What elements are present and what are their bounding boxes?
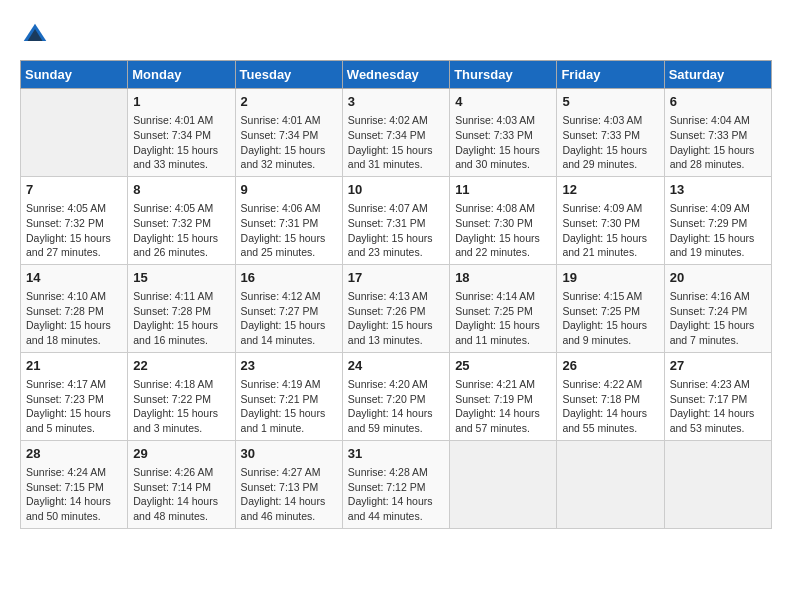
day-number: 1 bbox=[133, 93, 229, 111]
calendar-cell: 3Sunrise: 4:02 AMSunset: 7:34 PMDaylight… bbox=[342, 89, 449, 177]
day-info: Sunrise: 4:15 AMSunset: 7:25 PMDaylight:… bbox=[562, 289, 658, 348]
calendar-cell: 31Sunrise: 4:28 AMSunset: 7:12 PMDayligh… bbox=[342, 440, 449, 528]
day-number: 21 bbox=[26, 357, 122, 375]
day-info: Sunrise: 4:04 AMSunset: 7:33 PMDaylight:… bbox=[670, 113, 766, 172]
day-info: Sunrise: 4:07 AMSunset: 7:31 PMDaylight:… bbox=[348, 201, 444, 260]
day-info: Sunrise: 4:24 AMSunset: 7:15 PMDaylight:… bbox=[26, 465, 122, 524]
day-number: 2 bbox=[241, 93, 337, 111]
weekday-header-friday: Friday bbox=[557, 61, 664, 89]
calendar-cell: 5Sunrise: 4:03 AMSunset: 7:33 PMDaylight… bbox=[557, 89, 664, 177]
calendar-cell: 1Sunrise: 4:01 AMSunset: 7:34 PMDaylight… bbox=[128, 89, 235, 177]
calendar-cell: 7Sunrise: 4:05 AMSunset: 7:32 PMDaylight… bbox=[21, 176, 128, 264]
calendar-cell: 25Sunrise: 4:21 AMSunset: 7:19 PMDayligh… bbox=[450, 352, 557, 440]
day-info: Sunrise: 4:12 AMSunset: 7:27 PMDaylight:… bbox=[241, 289, 337, 348]
calendar-cell: 29Sunrise: 4:26 AMSunset: 7:14 PMDayligh… bbox=[128, 440, 235, 528]
calendar-week-4: 21Sunrise: 4:17 AMSunset: 7:23 PMDayligh… bbox=[21, 352, 772, 440]
calendar-cell: 12Sunrise: 4:09 AMSunset: 7:30 PMDayligh… bbox=[557, 176, 664, 264]
day-info: Sunrise: 4:18 AMSunset: 7:22 PMDaylight:… bbox=[133, 377, 229, 436]
day-info: Sunrise: 4:01 AMSunset: 7:34 PMDaylight:… bbox=[133, 113, 229, 172]
day-number: 29 bbox=[133, 445, 229, 463]
day-info: Sunrise: 4:10 AMSunset: 7:28 PMDaylight:… bbox=[26, 289, 122, 348]
calendar-cell: 23Sunrise: 4:19 AMSunset: 7:21 PMDayligh… bbox=[235, 352, 342, 440]
day-info: Sunrise: 4:08 AMSunset: 7:30 PMDaylight:… bbox=[455, 201, 551, 260]
day-number: 25 bbox=[455, 357, 551, 375]
day-number: 22 bbox=[133, 357, 229, 375]
day-number: 11 bbox=[455, 181, 551, 199]
calendar-week-3: 14Sunrise: 4:10 AMSunset: 7:28 PMDayligh… bbox=[21, 264, 772, 352]
day-info: Sunrise: 4:27 AMSunset: 7:13 PMDaylight:… bbox=[241, 465, 337, 524]
calendar-cell: 22Sunrise: 4:18 AMSunset: 7:22 PMDayligh… bbox=[128, 352, 235, 440]
calendar-cell: 2Sunrise: 4:01 AMSunset: 7:34 PMDaylight… bbox=[235, 89, 342, 177]
day-number: 31 bbox=[348, 445, 444, 463]
day-number: 6 bbox=[670, 93, 766, 111]
day-number: 13 bbox=[670, 181, 766, 199]
day-number: 10 bbox=[348, 181, 444, 199]
calendar-cell: 24Sunrise: 4:20 AMSunset: 7:20 PMDayligh… bbox=[342, 352, 449, 440]
calendar-week-5: 28Sunrise: 4:24 AMSunset: 7:15 PMDayligh… bbox=[21, 440, 772, 528]
day-number: 16 bbox=[241, 269, 337, 287]
calendar-cell: 16Sunrise: 4:12 AMSunset: 7:27 PMDayligh… bbox=[235, 264, 342, 352]
calendar-week-1: 1Sunrise: 4:01 AMSunset: 7:34 PMDaylight… bbox=[21, 89, 772, 177]
day-info: Sunrise: 4:05 AMSunset: 7:32 PMDaylight:… bbox=[26, 201, 122, 260]
calendar-cell: 18Sunrise: 4:14 AMSunset: 7:25 PMDayligh… bbox=[450, 264, 557, 352]
calendar-cell: 15Sunrise: 4:11 AMSunset: 7:28 PMDayligh… bbox=[128, 264, 235, 352]
weekday-header-tuesday: Tuesday bbox=[235, 61, 342, 89]
day-info: Sunrise: 4:20 AMSunset: 7:20 PMDaylight:… bbox=[348, 377, 444, 436]
weekday-header-thursday: Thursday bbox=[450, 61, 557, 89]
day-number: 19 bbox=[562, 269, 658, 287]
day-number: 30 bbox=[241, 445, 337, 463]
day-info: Sunrise: 4:05 AMSunset: 7:32 PMDaylight:… bbox=[133, 201, 229, 260]
logo bbox=[20, 20, 54, 50]
day-info: Sunrise: 4:01 AMSunset: 7:34 PMDaylight:… bbox=[241, 113, 337, 172]
calendar-cell: 14Sunrise: 4:10 AMSunset: 7:28 PMDayligh… bbox=[21, 264, 128, 352]
day-number: 18 bbox=[455, 269, 551, 287]
day-info: Sunrise: 4:17 AMSunset: 7:23 PMDaylight:… bbox=[26, 377, 122, 436]
calendar-cell: 26Sunrise: 4:22 AMSunset: 7:18 PMDayligh… bbox=[557, 352, 664, 440]
calendar-cell: 28Sunrise: 4:24 AMSunset: 7:15 PMDayligh… bbox=[21, 440, 128, 528]
calendar-week-2: 7Sunrise: 4:05 AMSunset: 7:32 PMDaylight… bbox=[21, 176, 772, 264]
day-number: 7 bbox=[26, 181, 122, 199]
day-number: 15 bbox=[133, 269, 229, 287]
day-info: Sunrise: 4:11 AMSunset: 7:28 PMDaylight:… bbox=[133, 289, 229, 348]
day-info: Sunrise: 4:28 AMSunset: 7:12 PMDaylight:… bbox=[348, 465, 444, 524]
day-info: Sunrise: 4:06 AMSunset: 7:31 PMDaylight:… bbox=[241, 201, 337, 260]
calendar-cell bbox=[21, 89, 128, 177]
calendar-cell: 17Sunrise: 4:13 AMSunset: 7:26 PMDayligh… bbox=[342, 264, 449, 352]
day-info: Sunrise: 4:23 AMSunset: 7:17 PMDaylight:… bbox=[670, 377, 766, 436]
calendar-cell: 6Sunrise: 4:04 AMSunset: 7:33 PMDaylight… bbox=[664, 89, 771, 177]
day-info: Sunrise: 4:22 AMSunset: 7:18 PMDaylight:… bbox=[562, 377, 658, 436]
weekday-header-row: SundayMondayTuesdayWednesdayThursdayFrid… bbox=[21, 61, 772, 89]
calendar-cell: 11Sunrise: 4:08 AMSunset: 7:30 PMDayligh… bbox=[450, 176, 557, 264]
day-number: 17 bbox=[348, 269, 444, 287]
weekday-header-wednesday: Wednesday bbox=[342, 61, 449, 89]
day-number: 12 bbox=[562, 181, 658, 199]
calendar-cell: 19Sunrise: 4:15 AMSunset: 7:25 PMDayligh… bbox=[557, 264, 664, 352]
day-number: 5 bbox=[562, 93, 658, 111]
calendar-cell: 4Sunrise: 4:03 AMSunset: 7:33 PMDaylight… bbox=[450, 89, 557, 177]
weekday-header-saturday: Saturday bbox=[664, 61, 771, 89]
day-info: Sunrise: 4:02 AMSunset: 7:34 PMDaylight:… bbox=[348, 113, 444, 172]
day-number: 24 bbox=[348, 357, 444, 375]
calendar-cell: 20Sunrise: 4:16 AMSunset: 7:24 PMDayligh… bbox=[664, 264, 771, 352]
calendar-cell: 8Sunrise: 4:05 AMSunset: 7:32 PMDaylight… bbox=[128, 176, 235, 264]
day-info: Sunrise: 4:09 AMSunset: 7:29 PMDaylight:… bbox=[670, 201, 766, 260]
day-info: Sunrise: 4:16 AMSunset: 7:24 PMDaylight:… bbox=[670, 289, 766, 348]
day-number: 26 bbox=[562, 357, 658, 375]
calendar-cell: 13Sunrise: 4:09 AMSunset: 7:29 PMDayligh… bbox=[664, 176, 771, 264]
calendar-cell: 30Sunrise: 4:27 AMSunset: 7:13 PMDayligh… bbox=[235, 440, 342, 528]
calendar-cell bbox=[450, 440, 557, 528]
day-number: 23 bbox=[241, 357, 337, 375]
day-info: Sunrise: 4:03 AMSunset: 7:33 PMDaylight:… bbox=[455, 113, 551, 172]
day-number: 4 bbox=[455, 93, 551, 111]
logo-icon bbox=[20, 20, 50, 50]
page-header bbox=[20, 20, 772, 50]
day-number: 14 bbox=[26, 269, 122, 287]
calendar-table: SundayMondayTuesdayWednesdayThursdayFrid… bbox=[20, 60, 772, 529]
day-number: 9 bbox=[241, 181, 337, 199]
day-info: Sunrise: 4:13 AMSunset: 7:26 PMDaylight:… bbox=[348, 289, 444, 348]
day-info: Sunrise: 4:09 AMSunset: 7:30 PMDaylight:… bbox=[562, 201, 658, 260]
calendar-cell: 9Sunrise: 4:06 AMSunset: 7:31 PMDaylight… bbox=[235, 176, 342, 264]
day-number: 8 bbox=[133, 181, 229, 199]
day-number: 20 bbox=[670, 269, 766, 287]
calendar-cell bbox=[664, 440, 771, 528]
